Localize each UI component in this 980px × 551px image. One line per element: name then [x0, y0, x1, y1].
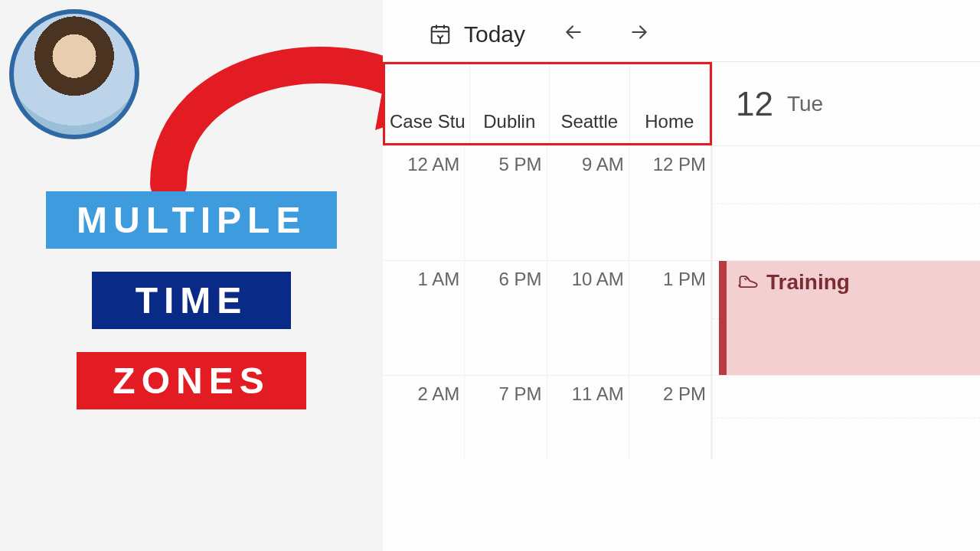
tz-header-3: Seattle	[550, 64, 630, 143]
time-slot[interactable]	[712, 146, 980, 260]
time-grid: 12 AM 5 PM 9 AM 12 PM 1 AM 6 PM 10 AM 1 …	[383, 145, 980, 459]
tz-header-2: Dublin	[470, 64, 550, 143]
tz-cell: 10 AM	[547, 261, 629, 375]
tz-cell: 1 AM	[383, 261, 465, 375]
time-row: 12 AM 5 PM 9 AM 12 PM	[383, 145, 980, 260]
prev-button[interactable]	[556, 19, 591, 51]
tz-cell: 2 PM	[629, 376, 711, 459]
today-label: Today	[464, 21, 525, 47]
banner-line-1: MULTIPLE	[46, 191, 337, 249]
calendar-panel: Today Case Stu Dublin Seattle Home 12 Tu…	[383, 0, 980, 551]
today-button[interactable]: Today	[429, 21, 525, 47]
event-training[interactable]: Training	[719, 261, 980, 375]
time-slot[interactable]	[712, 376, 980, 459]
tz-cell: 12 AM	[383, 146, 465, 260]
tz-cell: 6 PM	[465, 261, 547, 375]
event-title: Training	[766, 270, 850, 295]
tz-cell: 12 PM	[629, 146, 711, 260]
arrow-right-icon	[629, 22, 649, 42]
tz-cell: 11 AM	[547, 376, 629, 459]
tz-cell: 9 AM	[547, 146, 629, 260]
tz-header-1: Case Stu	[385, 64, 470, 143]
date-weekday: Tue	[787, 92, 823, 116]
calendar-toolbar: Today	[383, 0, 980, 61]
date-number: 12	[736, 85, 773, 123]
banner-line-2: TIME	[92, 272, 291, 329]
time-row: 1 AM 6 PM 10 AM 1 PM Training	[383, 260, 980, 375]
title-banners: MULTIPLE TIME ZONES	[46, 191, 337, 432]
tz-cell: 7 PM	[465, 376, 547, 459]
promo-overlay: MULTIPLE TIME ZONES	[0, 0, 383, 551]
arrow-left-icon	[564, 22, 583, 42]
shoe-icon	[737, 270, 759, 292]
tz-cell: 2 AM	[383, 376, 465, 459]
tz-cell: 1 PM	[629, 261, 711, 375]
avatar	[9, 9, 139, 139]
time-row: 2 AM 7 PM 11 AM 2 PM	[383, 375, 980, 459]
day-header[interactable]: 12 Tue	[712, 62, 980, 145]
tz-header-4: Home	[630, 64, 710, 143]
header-row: Case Stu Dublin Seattle Home 12 Tue	[383, 61, 980, 145]
banner-line-3: ZONES	[77, 352, 306, 409]
timezone-header-highlight: Case Stu Dublin Seattle Home	[383, 62, 712, 145]
calendar-today-icon	[429, 23, 452, 46]
tz-cell: 5 PM	[465, 146, 547, 260]
time-slot[interactable]: Training	[712, 261, 980, 375]
next-button[interactable]	[622, 19, 657, 51]
